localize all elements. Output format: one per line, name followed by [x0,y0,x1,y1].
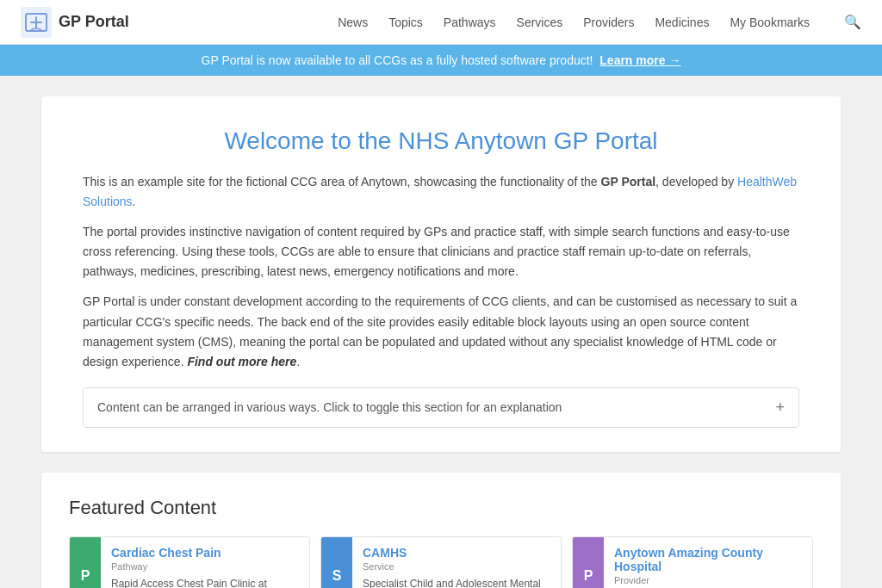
nav-links: News Topics Pathways Services Providers … [338,14,861,30]
featured-badge: S [321,537,352,588]
featured-card[interactable]: P Anytown Amazing County Hospital Provid… [572,536,813,588]
page-wrapper: Welcome to the NHS Anytown GP Portal Thi… [28,96,854,588]
announcement-banner: GP Portal is now available to all CCGs a… [0,45,882,76]
featured-badge: P [573,537,604,588]
featured-badge: P [70,537,101,588]
welcome-para1-suffix: . [133,195,136,208]
toggle-section[interactable]: Content can be arranged in various ways.… [83,387,799,428]
welcome-para1: This is an example site for the fictiona… [83,172,799,212]
nav-link-providers[interactable]: Providers [583,15,634,29]
featured-card-desc: Specialist Child and Adolescent Mental H… [363,577,550,588]
featured-card-type: Provider [614,575,802,585]
nav-link-topics[interactable]: Topics [388,15,423,29]
toggle-plus-icon: + [775,399,785,417]
logo-icon [21,7,52,38]
search-icon[interactable]: 🔍 [844,14,861,30]
featured-info: CAMHS Service Specialist Child and Adole… [352,537,561,588]
find-out-more-link[interactable]: Find out more here [187,355,296,368]
welcome-card: Welcome to the NHS Anytown GP Portal Thi… [41,96,841,452]
nav-link-services[interactable]: Services [517,15,563,29]
featured-info: Cardiac Chest Pain Pathway Rapid Access … [101,537,309,588]
featured-card[interactable]: P Cardiac Chest Pain Pathway Rapid Acces… [69,536,310,588]
nav-link-pathways[interactable]: Pathways [444,15,496,29]
main-nav: GP Portal News Topics Pathways Services … [0,0,882,45]
welcome-para3-suffix: . [296,355,300,368]
featured-section: Featured Content P Cardiac Chest Pain Pa… [41,473,841,588]
featured-card-desc: Rapid Access Chest Pain Clinic at Anytow… [111,577,299,588]
toggle-label: Content can be arranged in various ways.… [97,400,562,414]
banner-learn-more-link[interactable]: Learn more → [599,53,680,67]
featured-title: Featured Content [69,497,813,519]
logo[interactable]: GP Portal [21,7,129,38]
nav-link-bookmarks[interactable]: My Bookmarks [730,15,810,29]
nav-link-news[interactable]: News [338,15,368,29]
featured-grid: P Cardiac Chest Pain Pathway Rapid Acces… [69,536,813,588]
featured-card[interactable]: S CAMHS Service Specialist Child and Ado… [320,536,562,588]
welcome-title: Welcome to the NHS Anytown GP Portal [83,127,799,155]
welcome-para1-prefix: This is an example site for the fictiona… [83,175,601,189]
featured-card-type: Pathway [111,561,299,572]
featured-card-title: CAMHS [363,546,550,560]
featured-card-title: Anytown Amazing County Hospital [614,546,802,573]
welcome-para3: GP Portal is under constant development … [83,292,799,371]
welcome-para1-mid: , developed by [655,175,737,189]
welcome-para2: The portal provides instinctive navigati… [83,222,799,282]
logo-text: GP Portal [59,13,129,31]
welcome-para1-bold: GP Portal [601,175,656,189]
featured-card-title: Cardiac Chest Pain [111,546,299,560]
nav-link-medicines[interactable]: Medicines [655,15,709,29]
banner-text: GP Portal is now available to all CCGs a… [202,53,593,67]
featured-info: Anytown Amazing County Hospital Provider… [604,537,812,588]
featured-card-type: Service [363,561,550,572]
